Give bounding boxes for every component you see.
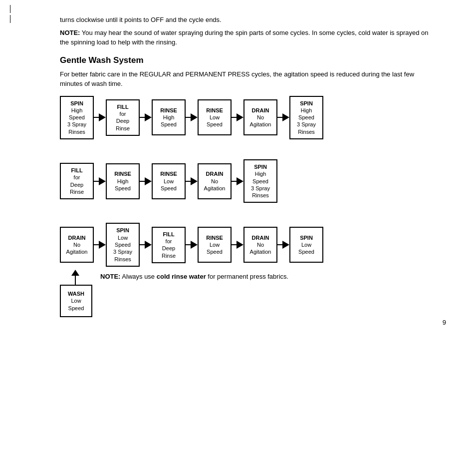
diagram3-box-0-line-0: No (73, 241, 80, 248)
diagram1-box-4-line-0: No (257, 114, 264, 121)
bottom-note-text: Always use (120, 273, 156, 280)
section-desc: For better fabric care in the REGULAR an… (60, 69, 436, 89)
diagram2-box-2-title: RINSE (160, 170, 177, 177)
diagram2-arrow-1 (140, 176, 152, 186)
diagram2-box-0-line-1: Deep (70, 181, 83, 188)
diagram1-box-2-line-0: High (163, 114, 175, 121)
diagram1-box-1-title: FILL (117, 103, 128, 110)
diagram-2: FILLforDeepRinseRINSEHighSpeedRINSELowSp… (60, 159, 436, 203)
diagram1-box-0-line-2: 3 Spray (67, 121, 86, 128)
diagram1-box-3-line-1: Speed (207, 121, 223, 128)
bottom-note-end: for permanent press fabrics. (206, 273, 288, 280)
diagram2-arrow-3 (232, 176, 243, 186)
page-number: 9 (443, 319, 446, 326)
diagram1-box-0-line-1: Speed (69, 114, 85, 121)
diagram2-box-3-line-0: No (211, 178, 218, 185)
diagram1-box-4-line-1: Agitation (250, 121, 271, 128)
diagram1-box-2: RINSEHighSpeed (152, 99, 186, 135)
diagram1-box-5-line-0: High (301, 107, 312, 114)
wash-arrow-box: WASH Low Speed (60, 270, 92, 317)
diagram2-box-3-title: DRAIN (206, 170, 224, 177)
diagram1-box-3-title: RINSE (206, 107, 223, 114)
diagram1-box-5-line-3: Rinses (298, 128, 315, 135)
diagram3-box-1-title: SPIN (116, 227, 129, 234)
diagram3-box-3-line-1: Speed (207, 248, 223, 255)
diagram1-arrow-1 (140, 112, 152, 122)
diagram1-box-0: SPINHighSpeed3 SprayRinses (60, 96, 94, 139)
diagram3-box-3-line-0: Low (210, 241, 220, 248)
diagram3-box-5: SPINLowSpeed (289, 227, 323, 263)
diagram1-arrow-3 (232, 112, 243, 122)
bottom-note-label: NOTE: (100, 273, 120, 280)
diagram1-box-5-title: SPIN (300, 100, 313, 107)
wash-box-line2: Speed (68, 305, 84, 312)
bottom-note-bold: cold rinse water (157, 273, 206, 280)
diagram1-arrow-2 (186, 112, 198, 122)
diagram2-box-4: SPINHighSpeed3 SprayRinses (243, 159, 277, 203)
diagram1-box-5-line-1: Speed (298, 114, 314, 121)
diagram2-box-0-line-0: for (74, 174, 80, 181)
diagram1-arrow-0 (94, 112, 106, 122)
wash-box-title: WASH (68, 290, 84, 297)
note-label: NOTE: (60, 29, 80, 36)
diagram3-box-5-line-1: Speed (298, 248, 314, 255)
diagram2-box-1-line-0: High (117, 178, 129, 185)
diagram3-box-3-title: RINSE (206, 234, 223, 241)
diagram2-box-0-line-2: Rinse (70, 188, 84, 195)
diagram2-box-0-title: FILL (71, 167, 82, 174)
page: turns clockwise until it points to OFF a… (0, 0, 476, 336)
wash-box: WASH Low Speed (60, 285, 92, 317)
diagram1-box-4: DRAINNoAgitation (243, 99, 277, 135)
diagram1-box-5-line-2: 3 Spray (297, 121, 316, 128)
diagram3-box-2-line-0: for (166, 238, 172, 245)
diagram1-box-0-title: SPIN (70, 100, 83, 107)
diagram2-box-1: RINSEHighSpeed (106, 163, 140, 199)
diagram1-box-4-title: DRAIN (252, 107, 269, 114)
wash-box-line1: Low (71, 297, 81, 304)
diagram3-box-0-line-1: Agitation (66, 248, 88, 255)
bottom-note: NOTE: Always use cold rinse water for pe… (100, 270, 288, 282)
diagram2-box-1-line-1: Speed (115, 185, 131, 192)
diagram2-box-3-line-1: Agitation (204, 185, 226, 192)
diagram2-box-2-line-0: Low (164, 178, 174, 185)
diagram3-box-2-line-2: Rinse (162, 252, 176, 259)
diagram3-box-4-title: DRAIN (252, 234, 269, 241)
section-title: Gentle Wash System (60, 55, 436, 65)
diagram3-box-3: RINSELowSpeed (198, 227, 232, 263)
diagram1-box-1-line-0: for (120, 110, 126, 117)
intro-line1: turns clockwise until it points to OFF a… (60, 15, 436, 25)
diagram1-box-5: SPINHighSpeed3 SprayRinses (289, 96, 323, 139)
diagram2-arrow-0 (94, 176, 106, 186)
diagram1-box-0-line-3: Rinses (68, 128, 85, 135)
intro-note: NOTE: You may hear the sound of water sp… (60, 28, 436, 47)
diagram3-arrow-0 (94, 240, 106, 250)
diagram3-box-2-line-1: Deep (162, 245, 175, 252)
diagram1-box-3: RINSELowSpeed (198, 99, 232, 135)
diagram1-box-1-line-1: Deep (116, 117, 129, 124)
diagram2-box-1-title: RINSE (114, 170, 131, 177)
note-text: You may hear the sound of water spraying… (60, 29, 428, 46)
diagram1-arrow-4 (277, 112, 289, 122)
diagram3-box-4-line-0: No (257, 241, 264, 248)
diagram3-box-0-title: DRAIN (68, 234, 86, 241)
diagram1-box-2-title: RINSE (160, 107, 177, 114)
diagram3-box-1-line-0: Low (118, 234, 128, 241)
diagram3-box-5-line-0: Low (301, 241, 311, 248)
diagram3-box-2-title: FILL (163, 231, 174, 238)
diagram2-box-2-line-1: Speed (161, 185, 177, 192)
diagram3-box-2: FILLforDeepRinse (152, 227, 186, 263)
diagram-3: DRAINNoAgitationSPINLowSpeed3 SprayRinse… (60, 223, 436, 266)
diagram3-arrow-4 (277, 240, 289, 250)
margin-marks (10, 5, 10, 23)
diagram3-box-0: DRAINNoAgitation (60, 227, 94, 263)
diagram3-arrow-3 (232, 240, 243, 250)
diagram2-arrow-2 (186, 176, 198, 186)
diagram2-box-4-line-2: 3 Spray (251, 185, 270, 192)
diagram1-box-2-line-1: Speed (161, 121, 177, 128)
diagram1-box-1-line-2: Rinse (116, 125, 130, 132)
diagram1-box-0-line-0: High (71, 107, 83, 114)
diagram2-box-4-line-1: Speed (252, 178, 268, 185)
diagram3-arrow-1 (140, 240, 152, 250)
diagram3-box-1-line-3: Rinses (114, 256, 131, 263)
diagram2-box-4-line-3: Rinses (252, 192, 269, 199)
